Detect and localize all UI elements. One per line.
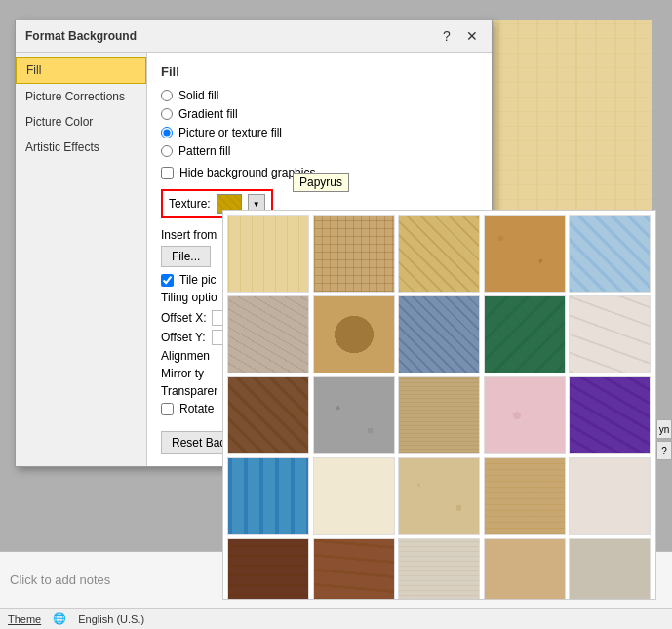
dialog-controls: ? ✕ xyxy=(437,26,482,46)
language-label: English (U.S.) xyxy=(78,613,144,625)
texture-label: Texture: xyxy=(169,197,211,211)
status-bar: Theme 🌐 English (U.S.) xyxy=(0,608,672,629)
texture-cell-cork[interactable] xyxy=(484,215,566,293)
dialog-titlebar: Format Background ? ✕ xyxy=(16,20,492,53)
tile-picture-checkbox[interactable] xyxy=(161,274,174,287)
texture-cell-granite[interactable] xyxy=(227,295,309,373)
hide-graphics-checkbox[interactable] xyxy=(161,167,174,179)
sidebar-item-picture-color[interactable]: Picture Color xyxy=(16,109,146,135)
help-button[interactable]: ? xyxy=(437,26,456,46)
texture-grid-panel xyxy=(222,210,656,600)
texture-cell-fish-fossil[interactable] xyxy=(313,295,395,373)
texture-cell-marble-green[interactable] xyxy=(484,295,566,373)
theme-label: Theme xyxy=(8,613,41,625)
texture-cell-brown-marble[interactable] xyxy=(227,376,309,454)
texture-cell-denim[interactable] xyxy=(398,295,480,373)
solid-fill-option[interactable]: Solid fill xyxy=(161,89,478,102)
gradient-fill-option[interactable]: Gradient fill xyxy=(161,107,478,121)
texture-cell-sandstone[interactable] xyxy=(484,457,566,535)
sidebar-item-artistic-effects[interactable]: Artistic Effects xyxy=(16,135,146,160)
sidebar: Fill Picture Corrections Picture Color A… xyxy=(16,53,147,466)
texture-cell-blue-waves[interactable] xyxy=(227,457,309,535)
texture-cell-sand[interactable] xyxy=(398,457,480,535)
rotate-checkbox[interactable] xyxy=(161,403,174,415)
texture-cell-purple[interactable] xyxy=(569,376,651,454)
sidebar-item-fill[interactable]: Fill xyxy=(16,57,146,84)
texture-cell-water[interactable] xyxy=(569,215,651,293)
file-button[interactable]: File... xyxy=(161,246,211,267)
texture-cell-rough[interactable] xyxy=(398,376,480,454)
texture-cell-extra2[interactable] xyxy=(569,538,651,600)
side-buttons: yn ? xyxy=(656,419,672,460)
notes-placeholder: Click to add notes xyxy=(10,572,110,587)
pattern-fill-radio[interactable] xyxy=(161,145,173,157)
question-button[interactable]: ? xyxy=(656,441,672,460)
texture-cell-newsprint[interactable] xyxy=(398,538,480,600)
texture-cell-extra1[interactable] xyxy=(484,538,566,600)
texture-cell-medium-wood[interactable] xyxy=(313,538,395,600)
dialog-title: Format Background xyxy=(25,29,137,43)
sidebar-item-picture-corrections[interactable]: Picture Corrections xyxy=(16,84,146,109)
texture-cell-gravel[interactable] xyxy=(313,376,395,454)
texture-grid xyxy=(227,215,652,600)
texture-cell-papyrus[interactable] xyxy=(227,215,309,293)
picture-texture-fill-radio[interactable] xyxy=(161,127,173,138)
picture-texture-fill-option[interactable]: Picture or texture fill xyxy=(161,126,478,139)
panel-title: Fill xyxy=(161,64,478,79)
texture-cell-burlap[interactable] xyxy=(313,215,395,293)
hide-graphics-option[interactable]: Hide background graphics xyxy=(161,166,478,179)
texture-cell-dark-wood[interactable] xyxy=(227,538,309,600)
texture-cell-canvas[interactable] xyxy=(398,215,480,293)
texture-cell-marble-white[interactable] xyxy=(569,295,651,373)
pattern-fill-option[interactable]: Pattern fill xyxy=(161,144,478,158)
fill-options: Solid fill Gradient fill Picture or text… xyxy=(161,89,478,158)
yn-button[interactable]: yn xyxy=(656,419,672,439)
solid-fill-radio[interactable] xyxy=(161,90,173,101)
texture-cell-cream[interactable] xyxy=(313,457,395,535)
texture-cell-blank[interactable] xyxy=(569,457,651,535)
close-button[interactable]: ✕ xyxy=(462,26,482,46)
gradient-fill-radio[interactable] xyxy=(161,108,173,120)
language-icon: 🌐 xyxy=(53,612,66,625)
texture-cell-pink[interactable] xyxy=(484,376,566,454)
